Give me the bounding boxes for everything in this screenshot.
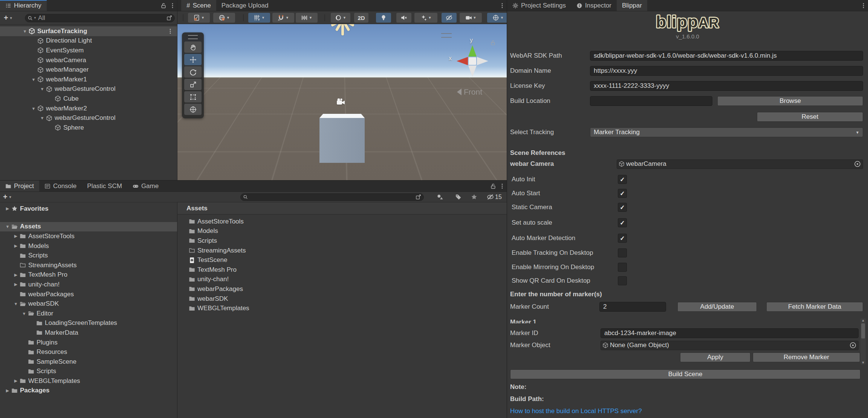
tool-handle-rotation-button[interactable]: ▼ bbox=[213, 13, 235, 23]
foldout-closed-icon[interactable]: ▶ bbox=[12, 282, 20, 287]
domain-input[interactable]: https://xxxx.yyy bbox=[590, 66, 863, 76]
asset-item[interactable]: AssetStoreTools bbox=[177, 217, 507, 227]
hierarchy-item[interactable]: webarCamera bbox=[0, 55, 177, 65]
build-location-input[interactable] bbox=[590, 96, 712, 106]
gizmos-toggle-button[interactable]: ▼ bbox=[487, 13, 509, 23]
build-scene-button[interactable]: Build Scene bbox=[510, 369, 860, 379]
tree-item[interactable]: Plugins bbox=[0, 338, 177, 348]
2d-view-toggle[interactable]: 2D bbox=[354, 13, 368, 23]
tree-item[interactable]: MarkerData bbox=[0, 328, 177, 338]
enable-mirroring-desktop-checkbox[interactable] bbox=[618, 263, 627, 272]
auto-start-checkbox[interactable] bbox=[618, 189, 627, 198]
hierarchy-item-surfacetracking[interactable]: ▼ SurfaceTracking bbox=[0, 26, 177, 36]
project-search-input[interactable] bbox=[240, 193, 424, 201]
hierarchy-item[interactable]: ▼webarMarker2 bbox=[0, 104, 177, 113]
kebab-menu-icon[interactable] bbox=[167, 28, 173, 34]
tracking-dropdown[interactable]: Marker Tracking ▼ bbox=[590, 127, 863, 137]
draw-mode-button[interactable]: ▼ bbox=[331, 13, 350, 23]
search-by-type-icon[interactable] bbox=[437, 194, 443, 200]
set-auto-scale-checkbox[interactable] bbox=[618, 218, 627, 227]
tab-project[interactable]: Project bbox=[0, 181, 39, 191]
audio-mute-toggle[interactable] bbox=[396, 13, 411, 23]
scroll-thumb[interactable] bbox=[861, 323, 865, 338]
tree-item[interactable]: ▶Models bbox=[0, 241, 177, 251]
asset-item[interactable]: WEBGLTemplates bbox=[177, 303, 507, 313]
lock-icon[interactable] bbox=[489, 181, 498, 191]
foldout-closed-icon[interactable]: ▶ bbox=[12, 243, 20, 248]
asset-item[interactable]: TextMesh Pro bbox=[177, 265, 507, 275]
view-orientation-label[interactable]: Front bbox=[457, 87, 482, 96]
tab-scene[interactable]: # Scene bbox=[181, 0, 216, 11]
kebab-menu-icon[interactable] bbox=[498, 181, 507, 191]
search-by-label-icon[interactable] bbox=[455, 194, 462, 200]
foldout-open-icon[interactable]: ▼ bbox=[4, 224, 11, 229]
axis-neg-x-cone[interactable] bbox=[477, 57, 488, 65]
foldout-closed-icon[interactable]: ▶ bbox=[4, 206, 11, 211]
scene-visibility-toggle[interactable] bbox=[442, 13, 457, 23]
hierarchy-item[interactable]: ▼webarGestureControl bbox=[0, 84, 177, 94]
scroll-up-icon[interactable]: ▲ bbox=[862, 318, 865, 322]
foldout-closed-icon[interactable]: ▶ bbox=[4, 388, 11, 393]
object-picker-icon[interactable] bbox=[854, 160, 861, 168]
tree-item[interactable]: Scripts bbox=[0, 367, 177, 377]
pick-window-icon[interactable] bbox=[167, 15, 172, 21]
hierarchy-item[interactable]: webarManager bbox=[0, 65, 177, 75]
camera-gizmo-icon[interactable] bbox=[336, 98, 346, 106]
axis-neg-y-cone[interactable] bbox=[468, 66, 477, 77]
tab-hierarchy[interactable]: Hierarchy bbox=[0, 0, 47, 11]
create-object-button[interactable]: +▼ bbox=[4, 14, 13, 22]
tool-handle-position-button[interactable]: ▼ bbox=[188, 13, 210, 23]
foldout-open-icon[interactable]: ▼ bbox=[38, 116, 46, 120]
tab-game[interactable]: Game bbox=[127, 181, 164, 191]
tab-project-settings[interactable]: Project Settings bbox=[507, 0, 571, 11]
foldout-open-icon[interactable]: ▼ bbox=[20, 311, 28, 316]
tree-item[interactable]: SampleScene bbox=[0, 357, 177, 367]
apply-button[interactable]: Apply bbox=[680, 352, 750, 362]
marker-count-input[interactable]: 2 bbox=[599, 302, 666, 312]
scene-viewport[interactable]: y x Front bbox=[177, 24, 507, 180]
axis-y-cone[interactable] bbox=[468, 45, 477, 57]
hierarchy-item[interactable]: EventSystem bbox=[0, 46, 177, 55]
tab-package-upload[interactable]: Package Upload bbox=[216, 0, 274, 11]
tab-console[interactable]: Console bbox=[39, 181, 82, 191]
object-picker-icon[interactable] bbox=[849, 341, 857, 349]
hierarchy-search-input[interactable]: ▼ All bbox=[25, 14, 175, 22]
add-update-button[interactable]: Add/Update bbox=[677, 302, 757, 312]
tree-item[interactable]: ▶WEBGLTemplates bbox=[0, 376, 177, 386]
foldout-closed-icon[interactable]: ▶ bbox=[12, 234, 20, 239]
asset-item[interactable]: Models bbox=[177, 227, 507, 236]
effects-toggle-button[interactable]: ▼ bbox=[414, 13, 437, 23]
fetch-marker-data-button[interactable]: Fetch Marker Data bbox=[766, 302, 863, 312]
create-asset-button[interactable]: +▼ bbox=[3, 193, 12, 201]
hierarchy-item[interactable]: ▼webarGestureControl bbox=[0, 113, 177, 123]
tree-item[interactable]: LoadingScreenTemplates bbox=[0, 318, 177, 328]
sdk-path-input[interactable]: sdk/blippar-webar-sdk-v1.6.0/webar-sdk/w… bbox=[590, 51, 863, 61]
asset-item[interactable]: unity-chan! bbox=[177, 275, 507, 285]
grid-visibility-button[interactable]: ▼ bbox=[248, 13, 270, 23]
foldout-open-icon[interactable]: ▼ bbox=[38, 87, 46, 91]
hierarchy-item[interactable]: Sphere bbox=[0, 123, 177, 133]
pick-window-icon[interactable] bbox=[416, 194, 421, 200]
hand-tool-button[interactable] bbox=[184, 41, 202, 53]
remove-marker-button[interactable]: Remove Marker bbox=[753, 352, 860, 362]
license-key-input[interactable]: xxxx-1111-2222-3333-yyyy bbox=[590, 81, 863, 91]
asset-item[interactable]: webarSDK bbox=[177, 294, 507, 304]
tab-inspector[interactable]: Inspector bbox=[571, 0, 617, 11]
tree-item-packages[interactable]: ▶Packages bbox=[0, 386, 177, 396]
tree-item[interactable]: ▶unity-chan! bbox=[0, 280, 177, 289]
kebab-menu-icon[interactable] bbox=[859, 0, 868, 11]
marker-object-field[interactable]: None (Game Object) bbox=[601, 341, 859, 350]
directional-light-gizmo[interactable] bbox=[330, 24, 356, 37]
rect-tool-button[interactable] bbox=[184, 91, 202, 103]
asset-item[interactable]: Scripts bbox=[177, 236, 507, 246]
webar-camera-object-field[interactable]: webarCamera bbox=[617, 159, 863, 169]
scale-tool-button[interactable] bbox=[184, 79, 202, 90]
gizmo-center-cube[interactable] bbox=[469, 57, 476, 65]
move-tool-button[interactable] bbox=[184, 54, 202, 65]
kebab-menu-icon[interactable] bbox=[168, 0, 177, 11]
tree-item[interactable]: ▼webarSDK bbox=[0, 299, 177, 309]
hierarchy-item[interactable]: ▼webarMarker1 bbox=[0, 75, 177, 84]
camera-settings-button[interactable]: ▼ bbox=[460, 13, 482, 23]
rotate-tool-button[interactable] bbox=[184, 66, 202, 78]
scene-lighting-toggle[interactable] bbox=[376, 13, 391, 23]
